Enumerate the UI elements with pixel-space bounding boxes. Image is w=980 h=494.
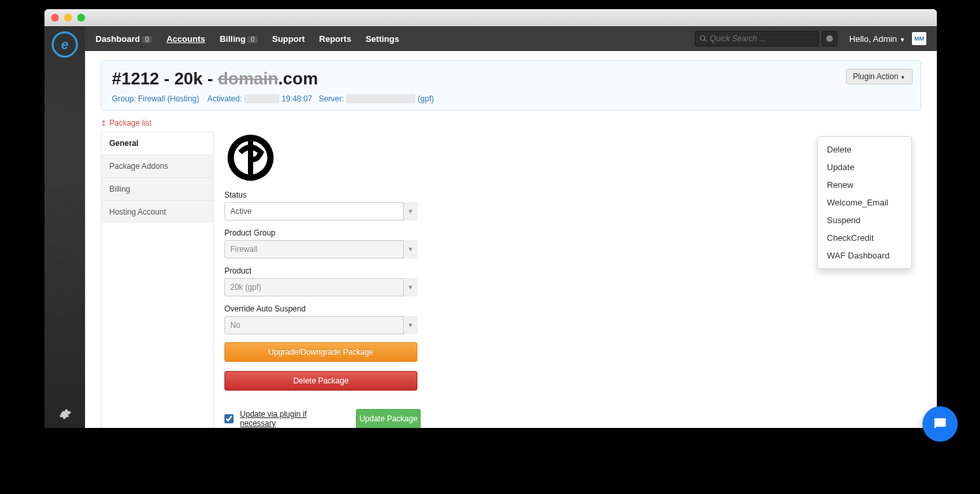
upgrade-downgrade-button[interactable]: Upgrade/Downgrade Package: [224, 342, 417, 362]
search-icon: [699, 35, 707, 43]
dropdown-renew[interactable]: Renew: [818, 176, 911, 194]
plugin-action-button[interactable]: Plugin Action▼: [846, 69, 913, 84]
chat-widget-button[interactable]: [922, 406, 958, 442]
nav-dashboard[interactable]: Dashboard0: [96, 34, 152, 44]
status-label: Status: [224, 190, 421, 200]
status-select[interactable]: Active ▼: [224, 202, 417, 221]
side-rail: [44, 26, 85, 428]
mm-badge[interactable]: MM: [912, 32, 926, 45]
user-menu[interactable]: Hello, Admin▼: [849, 34, 905, 44]
search-input[interactable]: [710, 34, 814, 43]
package-title: #1212 - 20k - domain.com: [112, 69, 910, 89]
top-nav: Dashboard0 Accounts Billing0 Support Rep…: [85, 26, 937, 51]
tab-addons[interactable]: Package Addons: [101, 155, 213, 178]
product-brand-logo: [224, 132, 277, 184]
window-titlebar: [44, 9, 937, 26]
tab-hosting[interactable]: Hosting Account: [101, 201, 213, 223]
group-link[interactable]: Firewall (Hosting): [138, 94, 199, 103]
product-group-label: Product Group: [224, 228, 421, 238]
delete-package-button[interactable]: Delete Package: [224, 371, 417, 391]
dropdown-waf-dashboard[interactable]: WAF Dashboard: [818, 247, 911, 264]
update-via-plugin-checkbox[interactable]: [224, 414, 234, 423]
search-scope-toggle[interactable]: [822, 31, 837, 46]
dropdown-checkcredit[interactable]: CheckCredit: [818, 229, 911, 247]
override-suspend-select[interactable]: No ▼: [224, 316, 417, 334]
chevron-down-icon: ▼: [403, 316, 417, 334]
nav-settings[interactable]: Settings: [366, 34, 399, 44]
zoom-window-button[interactable]: [77, 14, 85, 22]
product-label: Product: [224, 266, 421, 275]
close-window-button[interactable]: [51, 14, 59, 22]
package-meta: Group: Firewall (Hosting) Activated: 19:…: [112, 94, 910, 103]
plugin-action-dropdown: Delete Update Renew Welcome_Email Suspen…: [817, 136, 912, 269]
update-via-plugin-label[interactable]: Update via plugin if necessary: [240, 410, 343, 428]
app-logo[interactable]: [52, 31, 78, 58]
chevron-down-icon: ▼: [403, 202, 417, 221]
minimize-window-button[interactable]: [64, 14, 72, 22]
back-to-packages[interactable]: ↥Package list: [101, 118, 921, 128]
tab-billing[interactable]: Billing: [101, 178, 213, 201]
update-package-button[interactable]: Update Package: [356, 409, 421, 428]
dropdown-delete[interactable]: Delete: [818, 141, 911, 158]
dropdown-welcome-email[interactable]: Welcome_Email: [818, 194, 911, 211]
app-window: Dashboard0 Accounts Billing0 Support Rep…: [44, 9, 937, 428]
nav-billing[interactable]: Billing0: [220, 34, 258, 44]
nav-reports[interactable]: Reports: [319, 34, 351, 44]
chat-icon: [932, 415, 949, 432]
package-header: #1212 - 20k - domain.com Group: Firewall…: [101, 60, 921, 111]
dropdown-suspend[interactable]: Suspend: [818, 211, 911, 229]
chevron-down-icon: ▼: [403, 278, 417, 296]
settings-gear-icon[interactable]: [58, 408, 71, 424]
nav-accounts[interactable]: Accounts: [166, 34, 205, 44]
quick-search[interactable]: [695, 31, 819, 46]
dropdown-update[interactable]: Update: [818, 158, 911, 176]
svg-rect-2: [249, 171, 253, 177]
tab-general[interactable]: General: [101, 132, 213, 155]
side-tabs: General Package Addons Billing Hosting A…: [101, 132, 214, 428]
product-select[interactable]: 20k (gpf) ▼: [224, 278, 417, 296]
override-suspend-label: Override Auto Suspend: [224, 304, 421, 313]
nav-support[interactable]: Support: [272, 34, 305, 44]
product-group-select[interactable]: Firewall ▼: [224, 240, 417, 258]
chevron-down-icon: ▼: [403, 240, 417, 258]
